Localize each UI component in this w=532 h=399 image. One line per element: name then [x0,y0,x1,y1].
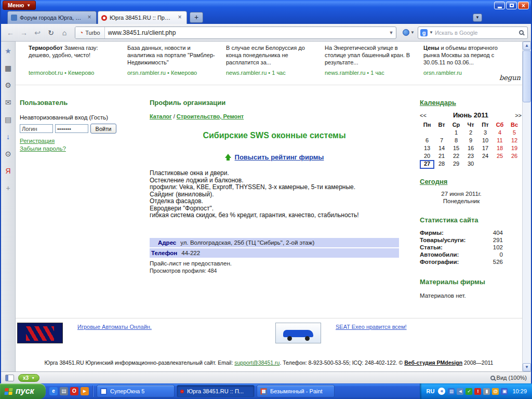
turbo-compression-badge[interactable]: x3 ▼ [18,374,39,382]
search-engine-dropdown-icon[interactable]: ▼ [429,30,433,35]
calendar-date[interactable]: 17 [478,144,493,152]
alert-icon[interactable]: ! [474,388,481,395]
calendar-date[interactable]: 21 [434,152,449,160]
ad-item[interactable]: На Энергетической улице в столице упал б… [325,44,423,85]
calendar-heading[interactable]: Календарь [420,99,456,107]
calendar-date[interactable]: 4 [493,129,507,137]
calendar-date[interactable]: 23 [463,152,478,160]
ad-site-link[interactable]: orsn.rambler.ru • Кемерово [127,70,197,76]
calendar-date[interactable]: 26 [507,152,522,160]
calendar-date[interactable]: 22 [449,152,463,160]
tab-thumbnails-toggle[interactable]: ▼ [473,14,482,22]
calendar-next-button[interactable]: >> [515,112,522,118]
network-icon[interactable]: ▥ [448,388,455,395]
begun-logo[interactable]: begun [499,74,521,82]
calendar-date[interactable]: 9 [463,137,478,144]
casino-banner-image[interactable] [17,323,63,343]
tab-close-icon[interactable]: × [176,14,183,21]
ad-item[interactable]: В случае если Белоруссия до конца понеде… [226,44,325,85]
ad-site-link[interactable]: termorobot.ru • Кемерово [29,70,94,76]
address-input[interactable] [105,29,387,36]
taskbar-task[interactable]: Безымянный - Paint [257,385,335,397]
calendar-date[interactable]: 27 [420,160,434,169]
calendar-date[interactable]: 3 [478,129,493,137]
calendar-date[interactable]: 28 [434,160,449,168]
seat-banner-link[interactable]: SEAT Exeo нравится всем! [336,324,407,330]
tab-current[interactable]: Юрга 38451.RU :: Проф... × [98,11,187,24]
casino-banner-link[interactable]: Игровые Автоматы Онлайн. [77,324,152,330]
catalog-link[interactable]: Каталог [150,113,172,119]
home-button[interactable]: ⌂ [58,26,71,39]
ad-text[interactable]: На Энергетической улице в столице упал б… [325,44,416,66]
calendar-date[interactable]: 18 [493,144,507,152]
calendar-date[interactable]: 11 [493,137,507,144]
notes-panel-icon[interactable]: ▤ [1,114,15,126]
bookmarks-panel-icon[interactable]: ★ [1,46,15,57]
calendar-date[interactable]: 30 [463,160,478,168]
reload-button[interactable]: ↻ [45,26,57,39]
login-button[interactable]: Войти [90,124,116,134]
support-email-link[interactable]: support@38451.ru [234,360,280,366]
scrollbar-thumb[interactable] [523,50,531,102]
calendar-date[interactable]: 19 [507,144,522,152]
tab-close-icon[interactable]: × [86,14,93,21]
add-panel-icon[interactable]: + [1,183,15,194]
display-icon[interactable]: ▣ [501,388,508,395]
calendar-date[interactable]: 13 [420,144,434,152]
history-panel-icon[interactable]: ⊙ [1,149,15,160]
calendar-date[interactable]: 16 [463,144,478,152]
studio-link[interactable]: Веб-студия PMdesign [404,360,462,366]
yandex-panel-icon[interactable]: Я [1,166,15,177]
calendar-date[interactable]: 6 [420,137,434,144]
internet-explorer-icon[interactable]: e [49,387,58,395]
scroll-up-icon[interactable]: ▲ [523,42,531,50]
taskbar-task[interactable]: СуперОкна 5 [97,385,175,397]
ad-text[interactable]: База данных, новости и аналитика на порт… [127,44,219,66]
calendar-date[interactable]: 25 [493,152,507,160]
calendar-date[interactable]: 20 [420,152,434,160]
apps-panel-icon[interactable]: ⚙ [1,80,15,91]
downloads-panel-icon[interactable]: ↓ [1,131,15,143]
new-tab-button[interactable]: + [190,12,203,23]
taskbar-task[interactable]: Юрга 38451.RU :: П... [177,385,255,397]
restore-button[interactable] [506,2,517,9]
ad-item[interactable]: Терморобот Замена газу: дешево, удобно, … [29,44,127,85]
widgets-panel-icon[interactable]: ▦ [1,63,15,74]
raise-rating-link[interactable]: Повысить рейтинг фирмы [235,153,324,161]
calendar-date[interactable]: 2 [463,129,478,137]
calendar-date[interactable]: 29 [449,160,463,168]
section-link[interactable]: Строительство, Ремонт [177,113,244,119]
panels-toggle-icon[interactable] [5,375,14,381]
scroll-down-icon[interactable]: ▼ [523,363,531,371]
minimize-button[interactable] [494,2,505,9]
turbo-button[interactable]: ◔ Turbo [75,27,105,38]
ad-text[interactable]: Терморобот Замена газу: дешево, удобно, … [29,44,120,59]
ad-item[interactable]: База данных, новости и аналитика на порт… [127,44,226,85]
language-indicator[interactable]: RU [427,388,435,394]
ad-site-link[interactable]: orsn.rambler.ru [423,70,462,76]
password-input[interactable] [55,124,88,133]
login-input[interactable] [20,124,53,133]
usb-icon[interactable]: ▮ [483,388,490,395]
forward-button[interactable]: → [18,26,30,39]
register-link[interactable]: Регистрация [20,138,55,144]
hide-icons-chevron[interactable]: « [438,388,445,395]
site-info-button[interactable]: ▼ [401,26,417,39]
calendar-prev-button[interactable]: << [420,112,427,118]
calendar-date[interactable]: 12 [507,137,522,144]
messenger-icon[interactable]: @ [492,388,499,395]
calendar-date[interactable]: 5 [507,129,522,137]
close-button[interactable]: × [518,2,529,9]
calendar-date[interactable]: 8 [449,137,463,144]
volume-icon[interactable]: ◄ [457,388,463,395]
ad-text[interactable]: Цены и объемы вторичного рынка Москвы за… [423,44,515,66]
forgot-password-link[interactable]: Забыли пароль? [20,145,66,152]
ad-text[interactable]: В случае если Белоруссия до конца понеде… [226,44,317,66]
tab-forum[interactable]: Форум города Юрга, Ю... × [7,11,97,24]
opera-icon[interactable]: O [70,387,78,395]
ad-site-link[interactable]: news.rambler.ru • 1 час [226,70,286,76]
address-dropdown-icon[interactable]: ▼ [387,30,396,35]
search-icon[interactable] [519,30,524,35]
ad-site-link[interactable]: news.rambler.ru • 1 час [325,70,384,76]
media-player-icon[interactable]: ► [81,387,89,395]
